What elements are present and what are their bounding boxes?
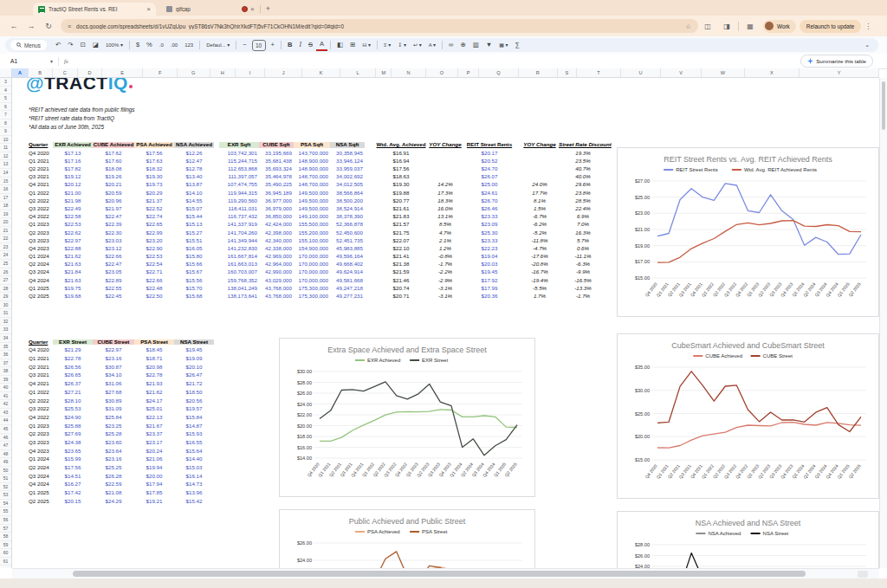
cell[interactable]: $19.26 [93,174,134,179]
cell[interactable]: 17.7% [521,191,559,196]
cell[interactable]: 160,703,007 [219,269,259,275]
cell[interactable]: Q4 2021 [29,182,53,187]
cell[interactable]: $23.16 [93,356,134,361]
cell[interactable]: 38,566,864 [330,191,365,196]
horizontal-scrollbar[interactable] [12,568,879,578]
cell[interactable]: $16.94 [375,158,427,164]
cell[interactable]: $23.09 [463,222,515,227]
cell[interactable]: Q1 2023 [29,222,53,227]
header-cell[interactable]: Quarter [29,142,53,147]
text-rotation-button[interactable]: A ▾ [425,38,439,52]
cell[interactable]: Q2 2023 [29,230,53,236]
cell[interactable]: 170,000,000 [294,262,330,267]
column-header-B[interactable]: B [29,68,53,77]
cell[interactable]: $22.52 [134,206,174,211]
cell[interactable]: 18.3% [427,198,463,204]
column-header-U[interactable]: U [621,68,661,77]
row-header-37[interactable]: 37 [0,359,11,368]
cell[interactable]: $16.27 [53,481,93,487]
cell[interactable]: Q4 2022 [29,214,53,219]
row-header-33[interactable]: 33 [0,326,11,334]
cell[interactable]: $22.66 [134,278,174,283]
cell[interactable]: $21.29 [53,347,93,352]
row-header-57[interactable]: 57 [0,525,11,533]
cell[interactable]: $19.30 [134,174,174,179]
horizontal-scrollbar-thumb[interactable] [73,571,806,577]
cell[interactable]: 8.1% [521,198,559,204]
cell[interactable]: $21.63 [53,262,93,267]
select-all-corner[interactable] [0,68,12,78]
borders-button[interactable]: ⊞ [346,38,359,52]
cell[interactable]: $25.84 [93,415,134,420]
cell[interactable]: $22.58 [53,214,93,219]
cell[interactable]: $22.47 [93,214,134,219]
cell[interactable]: $15.64 [174,449,214,454]
cell[interactable]: $12.26 [174,151,214,156]
column-header-X[interactable]: X [745,68,800,77]
cell[interactable]: 14.2% [427,182,463,187]
cell[interactable]: $19.75 [53,286,93,291]
cell[interactable]: $19.57 [174,406,214,411]
cell[interactable]: 155,100,000 [294,238,330,243]
row-header-42[interactable]: 42 [0,400,11,409]
cell[interactable]: $24.38 [53,440,93,445]
header-cell[interactable]: PSA Sqft [294,142,330,147]
cell[interactable]: $23.05 [93,269,134,275]
cell[interactable]: Q1 2022 [29,191,53,196]
cell[interactable]: $25.88 [53,423,93,429]
header-cell[interactable]: CUBE Sqft [259,142,294,147]
decrease-font-size-button[interactable]: − [239,38,249,52]
cell[interactable]: $17.82 [53,166,93,171]
column-header-C[interactable]: C [53,68,79,77]
cell[interactable]: -5.5% [521,286,559,291]
cell[interactable]: $25.28 [93,431,134,436]
cell[interactable]: -6.7% [521,214,559,219]
cell[interactable]: $22.99 [134,230,174,236]
cell[interactable]: $23.33 [463,238,515,243]
column-header-G[interactable]: G [178,68,210,77]
row-header-25[interactable]: 25 [0,260,11,268]
cell[interactable]: 28.5% [559,198,607,204]
cell[interactable]: 154,900,000 [294,246,330,251]
redo-icon[interactable]: ↷ [64,38,76,52]
cell[interactable]: -17.6% [521,254,559,259]
cell[interactable]: 118,411,031 [219,206,259,211]
row-header-34[interactable]: 34 [0,334,11,343]
cell[interactable]: $23.03 [93,238,134,243]
cell[interactable]: -2.9% [427,278,463,283]
cell[interactable]: $16.14 [174,474,214,479]
cell[interactable]: 155,200,000 [294,230,330,236]
cell[interactable]: $26.37 [53,381,93,386]
cell[interactable]: $19.45 [463,269,515,275]
cell[interactable]: $34.10 [93,372,134,378]
cell[interactable]: 170,000,000 [294,278,330,283]
row-header-22[interactable]: 22 [0,235,11,243]
cell[interactable]: $22.10 [375,246,427,251]
cell[interactable]: $14.10 [174,191,214,196]
cell[interactable]: Q3 2021 [29,174,53,179]
cell[interactable]: 49,624,914 [330,269,365,275]
cell[interactable]: $23.12 [93,246,134,251]
cell[interactable]: $14.55 [174,198,214,204]
cell[interactable]: Q2 2023 [29,431,53,436]
cell[interactable]: Q4 2023 [29,449,53,454]
row-header-60[interactable]: 60 [0,549,11,558]
row-header-28[interactable]: 28 [0,285,11,294]
cell[interactable]: $27.68 [93,390,134,395]
cell[interactable]: $18.71 [134,356,174,361]
cell[interactable]: $23.33 [463,214,515,219]
cell[interactable]: 24.0% [521,182,559,187]
column-header-N[interactable]: N [392,68,426,77]
column-header-E[interactable]: E [102,68,143,77]
cell[interactable]: $22.55 [93,286,134,291]
cell[interactable]: $17.62 [93,151,134,156]
cell[interactable]: $18.45 [134,347,174,352]
cell[interactable]: Q3 2023 [29,238,53,243]
back-icon[interactable]: ← [5,22,23,30]
address-bar[interactable]: ≡ docs.google.com/spreadsheets/d/1vUZqUp… [61,19,698,33]
cell[interactable]: $14.87 [174,423,214,429]
cell[interactable]: 5.7% [559,238,607,243]
row-header-54[interactable]: 54 [0,500,11,508]
tab-sheets[interactable]: TractIQ Street Rents vs. REI × [33,3,156,16]
cell[interactable]: $18.50 [174,390,214,395]
